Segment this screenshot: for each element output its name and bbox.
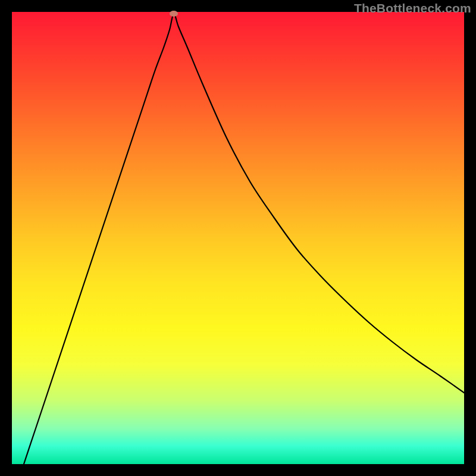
- chart-frame: TheBottleneck.com: [0, 0, 476, 476]
- plot-area: [12, 12, 464, 464]
- watermark: TheBottleneck.com: [354, 1, 471, 15]
- line-curve: [12, 12, 464, 464]
- vertex-marker: [170, 11, 178, 17]
